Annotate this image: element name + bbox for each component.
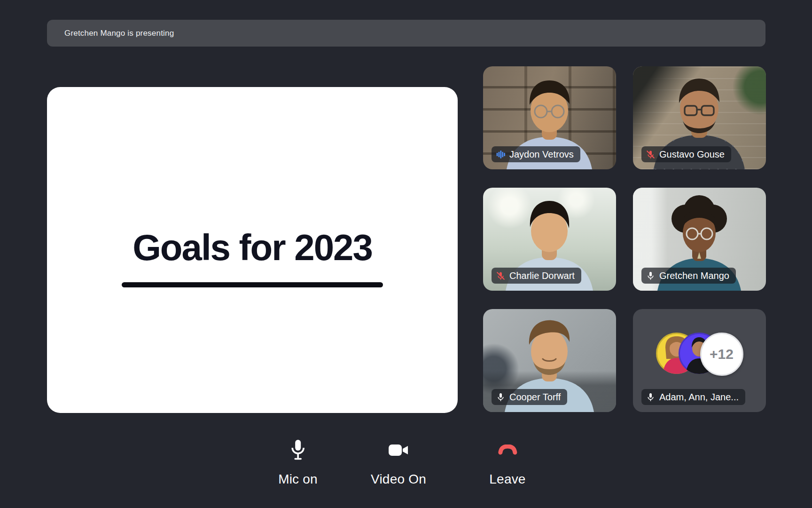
participant-tile-jaydon[interactable]: Jaydon Vetrovs [483,66,616,169]
participant-nameplate: Charlie Dorwart [492,268,581,284]
overflow-count-text: +12 [710,346,734,362]
overflow-count-badge: +12 [700,333,743,376]
participant-name: Gretchen Mango [659,270,729,281]
mic-icon [290,439,306,461]
slide-content: Goals for 2023 [122,226,383,287]
leave-call-button[interactable]: Leave [489,439,525,487]
participant-tile-charlie[interactable]: Charlie Dorwart [483,188,616,291]
slide-title: Goals for 2023 [133,226,372,269]
participant-name: Charlie Dorwart [509,270,575,281]
overflow-names-label: Adam, Ann, Jane... [659,392,739,403]
participant-name: Jaydon Vetrovs [509,149,574,160]
video-button-label: Video On [371,472,426,487]
participant-tile-gustavo[interactable]: Gustavo Gouse [633,66,766,169]
meeting-window: Gretchen Mango is presenting Goals for 2… [0,0,812,508]
slide-title-underline [122,282,383,287]
presentation-slide[interactable]: Goals for 2023 [47,87,458,413]
participant-nameplate: Gustavo Gouse [641,146,731,162]
avatar-stack: +12 [633,333,766,376]
participant-name: Gustavo Gouse [659,149,725,160]
presenting-banner-text: Gretchen Mango is presenting [64,29,174,38]
mic-muted-icon [646,150,655,159]
presenting-banner: Gretchen Mango is presenting [47,20,765,47]
speaking-bars-icon [496,150,505,159]
participant-tile-cooper[interactable]: Cooper Torff [483,309,616,412]
participant-tile-gretchen[interactable]: Gretchen Mango [633,188,766,291]
leave-button-label: Leave [489,472,525,487]
participant-nameplate: Jaydon Vetrovs [492,146,580,162]
participant-nameplate: Adam, Ann, Jane... [641,389,745,405]
mic-toggle-button[interactable]: Mic on [278,439,318,487]
video-camera-icon [388,439,409,461]
participant-nameplate: Cooper Torff [492,389,567,405]
mic-on-icon [646,393,655,402]
video-toggle-button[interactable]: Video On [371,439,426,487]
participant-nameplate: Gretchen Mango [641,268,736,284]
overflow-participants-tile[interactable]: +12 Adam, Ann, Jane... [633,309,766,412]
mic-button-label: Mic on [278,472,318,487]
mic-on-icon [496,393,505,402]
mic-muted-icon [496,271,505,280]
participant-name: Cooper Torff [509,392,561,403]
hangup-icon [497,439,518,461]
mic-on-icon [646,271,655,280]
